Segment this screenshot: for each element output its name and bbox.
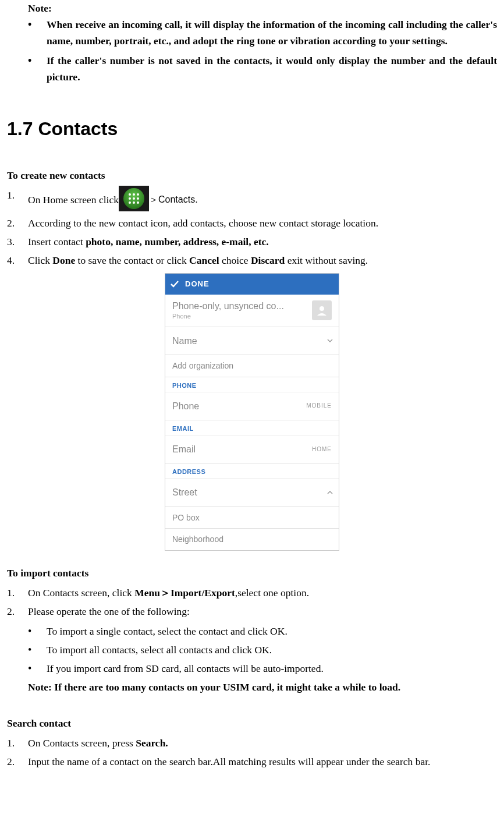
svg-point-3 — [133, 193, 135, 196]
note-header: Note: — [28, 0, 497, 16]
chevron-down-icon — [327, 338, 333, 344]
apps-grid-icon — [119, 186, 149, 211]
search-step-2: 2. Input the name of a contact on the se… — [28, 753, 497, 770]
phone-field[interactable]: Phone MOBILE — [165, 392, 339, 420]
neighborhood-field[interactable]: Neighborhood — [165, 529, 339, 550]
contact-type-row[interactable]: Phone-only, unsynced co... Phone — [165, 295, 339, 327]
svg-point-2 — [129, 193, 131, 196]
note-bullet-1: When receive an incoming call, it will d… — [47, 16, 497, 49]
svg-point-5 — [129, 197, 131, 200]
import-step-1: 1. On Contacts screen, click Menu＞Import… — [28, 585, 497, 601]
search-contact-header: Search contact — [7, 715, 497, 731]
import-bullet-2: To import all contacts, select all conta… — [47, 642, 497, 658]
phone-type-label[interactable]: MOBILE — [306, 402, 332, 409]
pobox-field[interactable]: PO box — [165, 507, 339, 529]
phone-section-header: PHONE — [165, 377, 339, 392]
create-step-1: 1. On Home screen click — [28, 187, 497, 213]
create-step-3: 3. Insert contact photo, name, number, a… — [28, 233, 497, 250]
note-block: Note: When receive an incoming call, it … — [7, 0, 497, 85]
import-bullet-3: If you import card from SD card, all con… — [47, 660, 497, 677]
import-contacts-steps: 1. On Contacts screen, click Menu＞Import… — [7, 585, 497, 619]
svg-point-9 — [133, 201, 135, 204]
note-bullets: When receive an incoming call, it will d… — [47, 16, 497, 85]
chevron-up-icon — [327, 490, 333, 495]
note-bullet-2: If the caller's number is not saved in t… — [47, 52, 497, 85]
create-contacts-header: To create new contacts — [7, 167, 497, 183]
svg-point-10 — [137, 201, 139, 204]
checkmark-icon — [170, 279, 179, 289]
svg-point-4 — [137, 193, 139, 196]
email-section-header: EMAIL — [165, 420, 339, 436]
email-field[interactable]: Email HOME — [165, 436, 339, 463]
email-type-label[interactable]: HOME — [312, 446, 332, 453]
import-note: Note: If there are too many contacts on … — [28, 679, 497, 695]
search-step-1: 1. On Contacts screen, press Search. — [28, 735, 497, 751]
create-step-4: 4. Click Done to save the contact or cli… — [28, 252, 497, 268]
address-section-header: ADDRESS — [165, 463, 339, 479]
import-bullets: To import a single contact, select the c… — [47, 623, 497, 677]
contact-photo-placeholder-icon[interactable] — [312, 300, 332, 320]
import-contacts-header: To import contacts — [7, 565, 497, 581]
svg-point-6 — [133, 197, 135, 200]
create-step-2: 2. According to the new contact icon, ad… — [28, 215, 497, 231]
create-contacts-steps: 1. On Home screen click — [7, 187, 497, 268]
svg-point-7 — [137, 197, 139, 200]
search-contact-steps: 1. On Contacts screen, press Search. 2. … — [7, 735, 497, 770]
add-organization-row[interactable]: Add organization — [165, 355, 339, 377]
done-button-label: DONE — [185, 279, 210, 289]
name-field[interactable]: Name — [165, 327, 339, 355]
street-field[interactable]: Street — [165, 479, 339, 507]
svg-point-11 — [320, 306, 324, 311]
import-step-2: 2. Please operate the one of the followi… — [28, 603, 497, 619]
contact-editor-screenshot: DONE Phone-only, unsynced co... Phone Na… — [165, 273, 339, 551]
svg-point-8 — [129, 201, 131, 204]
contact-editor-topbar[interactable]: DONE — [165, 274, 339, 295]
section-title-contacts: 1.7 Contacts — [7, 114, 497, 144]
import-bullet-1: To import a single contact, select the c… — [47, 623, 497, 639]
